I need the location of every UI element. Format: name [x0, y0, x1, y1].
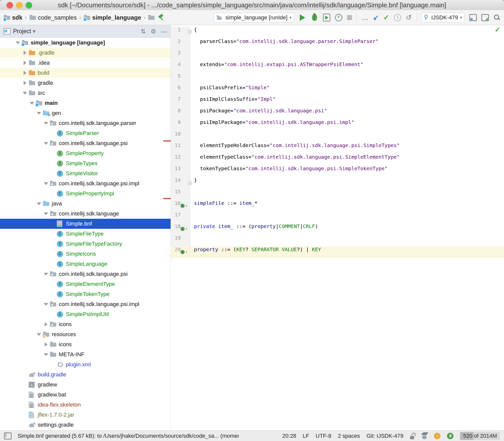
tree-row[interactable]: src [0, 88, 171, 98]
vcs-branch[interactable]: Git: IJSDK-479 [367, 433, 404, 439]
code-line[interactable]: 16i↓simpleFile ::= item_* [171, 200, 504, 212]
line-ending[interactable]: LF [303, 433, 309, 439]
tree-row[interactable]: gradle [0, 78, 171, 88]
chevron-down-icon[interactable] [37, 112, 41, 115]
tree-row[interactable]: gradlew.bat [0, 390, 171, 400]
indent-style[interactable]: 2 spaces [338, 433, 360, 439]
editor[interactable]: 1{2 parserClass="com.intellij.sdk.langua… [171, 25, 504, 430]
code-line[interactable]: 15 [171, 189, 504, 200]
stop-button[interactable] [347, 15, 352, 20]
chevron-right-icon[interactable] [24, 81, 26, 85]
tree-row[interactable]: com.intellij.sdk.language.psi [0, 269, 171, 279]
code-line[interactable]: 5 [171, 73, 504, 84]
code-text[interactable]: simpleFile ::= item_* [190, 200, 504, 212]
code-line[interactable]: 4 extends="com.intellij.extapi.psi.ASTWr… [171, 61, 504, 73]
tree-row[interactable]: .gradle [0, 48, 171, 58]
tree-row[interactable]: com.intellij.sdk.language.psi.impl [0, 179, 171, 189]
tree-row[interactable]: ISimpleProperty [0, 148, 171, 158]
tree-row[interactable]: com.intellij.sdk.language.psi.impl [0, 299, 171, 309]
chevron-down-icon[interactable] [44, 212, 48, 215]
code-text[interactable]: psiImplPackage="com.intellij.sdk.languag… [190, 119, 504, 131]
tree-row[interactable]: idea-flex.skeleton [0, 400, 171, 410]
chevron-right-icon[interactable] [24, 61, 26, 65]
tree-row[interactable]: CSimpleTokenType [0, 289, 171, 299]
navigate-down-icon[interactable]: ↓ [185, 248, 188, 254]
chevron-down-icon[interactable] [37, 333, 41, 336]
tree-row[interactable]: CSimpleFileType [0, 229, 171, 239]
breadcrumb-item[interactable]: code_samples [29, 14, 77, 21]
breadcrumb-item[interactable]: simple_language [84, 14, 141, 21]
tree-row[interactable]: icons [0, 339, 171, 349]
code-line[interactable]: 20i↓property ::= (KEY? SEPARATOR VALUE?)… [171, 246, 504, 258]
code-line[interactable]: 14} [171, 177, 504, 189]
tree-row[interactable]: settings.gradle [0, 420, 171, 430]
code-text[interactable]: elementTypeClass="com.intellij.sdk.langu… [190, 154, 504, 165]
notifications-badge[interactable]: 4 [447, 433, 453, 439]
code-text[interactable]: } [190, 177, 504, 189]
code-line[interactable]: 13 tokenTypeClass="com.intellij.sdk.lang… [171, 165, 504, 177]
tree-row[interactable]: CSimpleParser [0, 128, 171, 138]
code-text[interactable] [190, 189, 504, 200]
search-everywhere-button[interactable] [493, 14, 500, 21]
tool-windows-button[interactable] [469, 14, 477, 21]
tree-row[interactable]: com.intellij.sdk.language.parser [0, 118, 171, 128]
tree-row[interactable]: resources [0, 329, 171, 339]
code-text[interactable]: elementTypeHolderClass="com.intellij.sdk… [190, 142, 504, 154]
tree-row[interactable]: BNFSimple.bnf [0, 219, 171, 229]
debug-button[interactable] [311, 14, 318, 21]
run-configuration-select[interactable]: simple_language [runIde] ▾ [214, 13, 294, 22]
code-line[interactable]: 1{ [171, 27, 504, 38]
code-line[interactable]: 8 psiPackage="com.intellij.sdk.language.… [171, 108, 504, 119]
tree-row[interactable]: build [0, 68, 171, 78]
code-text[interactable]: property ::= (KEY? SEPARATOR VALUE?) | K… [190, 246, 504, 258]
update-available-icon[interactable]: ↓ [434, 433, 440, 439]
code-line[interactable]: 17 [171, 212, 504, 223]
tree-row[interactable]: CSimpleVisitor [0, 168, 171, 179]
more-actions-button[interactable]: … [361, 14, 368, 21]
hector-inspector-icon[interactable] [421, 433, 427, 439]
code-line[interactable]: 18i↓private item_ ::= (property|COMMENT|… [171, 223, 504, 235]
toolwindow-toggle-icon[interactable] [4, 432, 12, 439]
code-line[interactable]: 9 psiImplPackage="com.intellij.sdk.langu… [171, 119, 504, 131]
tree-row[interactable]: META-INF [0, 349, 171, 360]
memory-indicator[interactable]: 520 of 2014M [460, 432, 500, 440]
tree-row[interactable]: ISimpleTypes [0, 158, 171, 168]
code-text[interactable]: private item_ ::= (property|COMMENT|CRLF… [190, 223, 504, 235]
tree-row[interactable]: main [0, 98, 171, 108]
tree-row[interactable]: ✻gen [0, 108, 171, 118]
profiler-button[interactable] [335, 14, 342, 21]
code-text[interactable]: psiPackage="com.intellij.sdk.language.ps… [190, 108, 504, 119]
tree-row[interactable]: CSimpleElementType [0, 279, 171, 289]
chevron-down-icon[interactable] [30, 102, 34, 105]
inspection-ok-icon[interactable]: ✓ [495, 26, 500, 34]
tree-row[interactable]: jflex-1.7.0-2.jar [0, 410, 171, 420]
rule-gutter-icon[interactable]: i [180, 250, 185, 254]
tree-row[interactable]: CSimpleLanguage [0, 259, 171, 269]
code-text[interactable] [190, 235, 504, 246]
code-line[interactable]: 7 psiImplClassSuffix="Impl" [171, 96, 504, 108]
chevron-right-icon[interactable] [24, 51, 26, 55]
code-text[interactable]: psiClassPrefix="Simple" [190, 84, 504, 96]
update-project-button[interactable]: ↙ [373, 14, 379, 21]
unlock-icon[interactable] [410, 433, 415, 439]
tree-row[interactable]: plugin.xml [0, 360, 171, 370]
chevron-right-icon[interactable] [45, 322, 47, 327]
tree-row[interactable]: CSimplePropertyImpl [0, 189, 171, 199]
tree-row[interactable]: CSimplePsiImplUtil [0, 309, 171, 319]
tree-row[interactable]: CSimpleIcons [0, 249, 171, 259]
code-text[interactable] [190, 212, 504, 223]
chevron-down-icon[interactable] [44, 273, 48, 276]
build-hammer-icon[interactable] [158, 14, 165, 21]
rule-gutter-icon[interactable]: i [180, 204, 185, 208]
tree-row[interactable]: com.intellij.sdk.language.psi [0, 138, 171, 148]
chevron-down-icon[interactable] [23, 92, 27, 95]
code-line[interactable]: 2 parserClass="com.intellij.sdk.language… [171, 38, 504, 50]
close-button[interactable] [7, 2, 13, 9]
rollback-button[interactable]: ↺ [406, 14, 412, 21]
chevron-right-icon[interactable] [24, 71, 26, 75]
chevron-down-icon[interactable] [16, 41, 20, 44]
tree-row[interactable]: com.intellij.sdk.language [0, 209, 171, 219]
code-text[interactable]: { [190, 27, 504, 38]
code-text[interactable] [190, 131, 504, 142]
code-text[interactable]: parserClass="com.intellij.sdk.language.p… [190, 38, 504, 50]
